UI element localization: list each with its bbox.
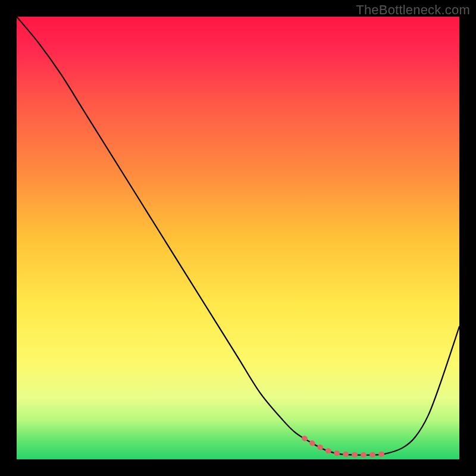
chart-container: [17, 17, 459, 459]
watermark-text: TheBottleneck.com: [356, 2, 470, 18]
gradient-background: [17, 17, 459, 459]
bottleneck-chart: [17, 17, 459, 459]
